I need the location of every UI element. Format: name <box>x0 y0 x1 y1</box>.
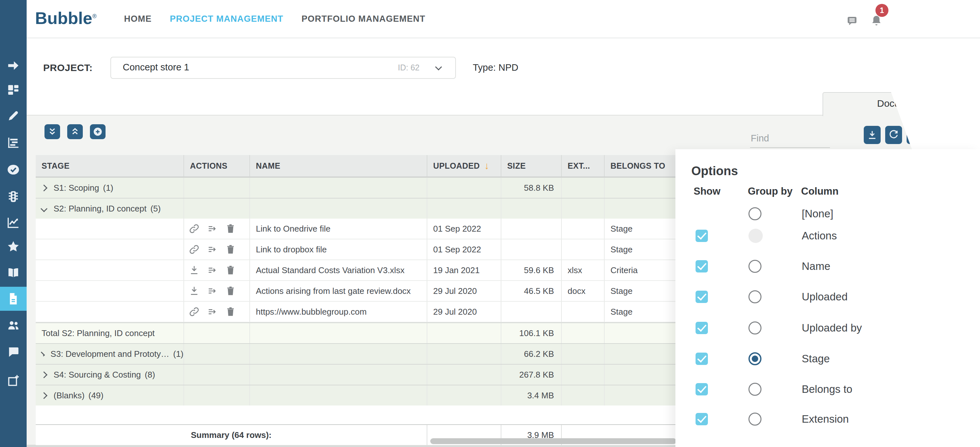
uploaded-cell: 19 Jan 2021 <box>427 260 501 280</box>
sidebar-item-check-circle[interactable] <box>0 158 27 182</box>
groupby-radio-uploaded[interactable] <box>748 290 762 303</box>
topbar-icons: 1 <box>842 0 920 38</box>
group-toggle-cell[interactable]: (Blanks)(49) <box>36 385 184 406</box>
link-icon[interactable] <box>189 223 200 234</box>
column-header-uploaded[interactable]: UPLOADED↓ <box>427 155 501 176</box>
extension-cell <box>562 178 605 198</box>
group-toggle-cell[interactable]: S1: Scoping(1) <box>36 178 184 198</box>
file-row[interactable]: Actions arising from last gate review.do… <box>36 281 675 302</box>
sidebar-item-chat[interactable] <box>0 340 27 364</box>
groupby-radio-extension[interactable] <box>748 413 762 426</box>
column-header-stage[interactable]: STAGE <box>36 155 184 176</box>
collapse-all-button[interactable] <box>67 124 83 139</box>
link-icon[interactable] <box>189 244 200 255</box>
move-icon[interactable] <box>207 244 218 255</box>
refresh-button[interactable] <box>885 126 902 144</box>
move-icon[interactable] <box>207 285 218 296</box>
group-toggle-cell[interactable]: S3: Development and Prototy…(1) <box>36 344 184 364</box>
empty-row <box>36 406 675 424</box>
project-select[interactable]: Concept store 1 ID: 62 <box>110 57 456 79</box>
show-checkbox-name[interactable] <box>695 260 708 273</box>
show-checkbox-extension[interactable] <box>695 413 708 425</box>
column-header-actions[interactable]: ACTIONS <box>184 155 250 176</box>
groupby-radio-uploaded-by[interactable] <box>748 322 762 334</box>
belongs-to-cell <box>605 344 675 364</box>
people-icon <box>6 319 20 332</box>
uploaded-cell: 01 Sep 2022 <box>427 219 501 239</box>
groupby-radio-none[interactable] <box>748 207 762 220</box>
app-logo[interactable]: Bubble® <box>35 8 97 28</box>
link-icon[interactable] <box>189 306 200 317</box>
sidebar-item-dashboard[interactable] <box>0 78 27 102</box>
group-toggle-cell[interactable]: S2: Planning, ID concept(5) <box>36 198 184 219</box>
sidebar-item-edit-pencil[interactable] <box>0 104 27 128</box>
group-row[interactable]: S1: Scoping(1)58.8 KB <box>36 177 675 198</box>
sidebar-item-book[interactable] <box>0 261 27 285</box>
chat-icon <box>6 345 20 359</box>
dashboard-icon <box>6 83 20 97</box>
chevron-down-icon <box>435 63 442 70</box>
table-body: S1: Scoping(1)58.8 KBS2: Planning, ID co… <box>36 177 675 445</box>
column-header-size[interactable]: SIZE <box>501 155 562 176</box>
column-header-ext[interactable]: EXT... <box>562 155 605 176</box>
trash-icon[interactable] <box>225 285 236 296</box>
sidebar-item-gantt-chart[interactable] <box>0 131 27 155</box>
trash-icon[interactable] <box>225 244 236 255</box>
find-input[interactable] <box>750 129 830 148</box>
show-checkbox-stage[interactable] <box>695 353 708 365</box>
options-row-uploaded: Uploaded <box>675 287 980 306</box>
sidebar-item-star[interactable] <box>0 235 27 258</box>
sidebar-item-add-square[interactable] <box>0 369 27 393</box>
file-row[interactable]: https://www.bubblegroup.com29 Jul 2020St… <box>36 302 675 322</box>
name-cell: Actions arising from last gate review.do… <box>250 281 427 301</box>
groupby-radio-stage[interactable] <box>748 352 762 365</box>
group-row[interactable]: (Blanks)(49)3.4 MB <box>36 385 675 406</box>
file-row[interactable]: Actual Standard Costs Variation V3.xlsx1… <box>36 260 675 281</box>
column-header-group-by: Group by <box>748 185 793 197</box>
name-cell: Link to Onedrive file <box>250 219 427 239</box>
move-icon[interactable] <box>207 306 218 317</box>
name-cell <box>250 323 427 343</box>
nav-project-management[interactable]: PROJECT MANAGEMENT <box>170 14 283 24</box>
sidebar-item-people[interactable] <box>0 313 27 338</box>
messages-icon[interactable] <box>846 15 858 27</box>
download-all-button[interactable] <box>864 126 881 144</box>
add-document-button[interactable] <box>90 124 105 139</box>
column-header-belongs-to[interactable]: BELONGS TO <box>605 155 675 176</box>
actions-cell <box>184 281 250 301</box>
double-chevron-down-icon <box>47 126 58 137</box>
trash-icon[interactable] <box>225 223 236 234</box>
plus-circle-icon <box>92 126 103 138</box>
sidebar-item-arrow-right[interactable] <box>0 54 27 78</box>
sidebar-item-traffic-light[interactable] <box>0 185 27 209</box>
download-icon[interactable] <box>189 265 200 276</box>
show-checkbox-uploaded[interactable] <box>695 291 708 303</box>
document-icon <box>6 292 20 306</box>
nav-home[interactable]: HOME <box>124 14 152 24</box>
horizontal-scrollbar[interactable] <box>430 438 676 444</box>
group-row[interactable]: S2: Planning, ID concept(5) <box>36 198 675 219</box>
show-checkbox-actions[interactable] <box>695 230 708 242</box>
arrow-right-icon <box>6 59 20 72</box>
sort-descending-icon: ↓ <box>484 160 489 171</box>
groupby-radio-belongs-to[interactable] <box>748 383 762 396</box>
show-checkbox-uploaded-by[interactable] <box>695 322 708 334</box>
file-row[interactable]: Link to Onedrive file01 Sep 2022Stage <box>36 219 675 239</box>
trash-icon[interactable] <box>225 306 236 317</box>
nav-portfolio-management[interactable]: PORTFOLIO MANAGEMENT <box>302 14 425 24</box>
sidebar-item-document[interactable] <box>0 287 27 311</box>
column-header-name[interactable]: NAME <box>250 155 427 176</box>
chevron-right-icon <box>41 184 48 191</box>
group-row[interactable]: S3: Development and Prototy…(1)66.2 KB <box>36 343 675 364</box>
file-row[interactable]: Link to dropbox file01 Sep 2022Stage <box>36 239 675 260</box>
download-icon[interactable] <box>189 285 200 296</box>
group-row[interactable]: S4: Sourcing & Costing(8)267.8 KB <box>36 364 675 385</box>
move-icon[interactable] <box>207 265 218 276</box>
group-toggle-cell[interactable]: S4: Sourcing & Costing(8) <box>36 365 184 385</box>
expand-all-button[interactable] <box>45 124 60 139</box>
show-checkbox-belongs-to[interactable] <box>695 383 708 395</box>
sidebar-item-line-chart[interactable] <box>0 211 27 235</box>
trash-icon[interactable] <box>225 265 236 276</box>
move-icon[interactable] <box>207 223 218 234</box>
groupby-radio-name[interactable] <box>748 260 762 273</box>
